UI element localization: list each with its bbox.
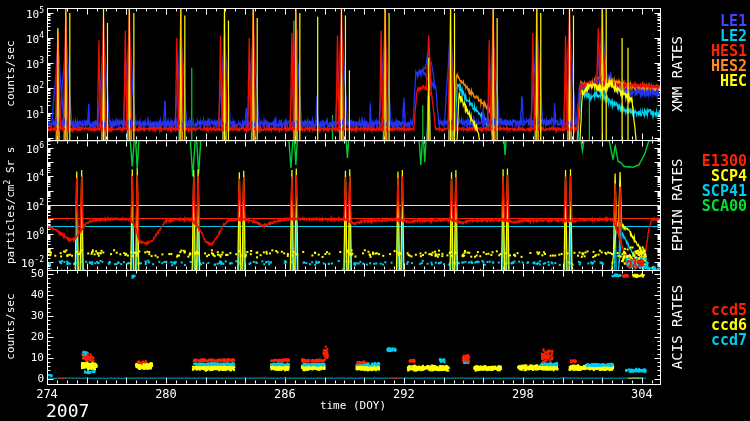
y-axis-title: counts/sec: [5, 237, 16, 417]
legend-item-sca00: SCA00: [655, 199, 747, 214]
x-tick-label: 304: [620, 388, 664, 400]
exponent: 5: [39, 6, 44, 15]
superscript: 2: [3, 180, 12, 185]
exponent: 3: [39, 56, 44, 65]
legend-item-ccd7: ccd7: [655, 333, 747, 348]
x-tick-label: 280: [144, 388, 188, 400]
exponent: 4: [39, 169, 44, 178]
plot-canvas: [0, 0, 750, 421]
x-tick-label: 274: [25, 388, 69, 400]
exponent: 6: [39, 141, 44, 150]
radiation-rates-dashboard: 105104103102101counts/secXMM RATESLE1LE2…: [0, 0, 750, 421]
exponent: 2: [39, 198, 44, 207]
legend-item-hec: HEC: [655, 74, 747, 89]
x-tick-label: 298: [501, 388, 545, 400]
exponent: -2: [34, 255, 44, 264]
exponent: 1: [39, 106, 44, 115]
exponent: 0: [39, 227, 44, 236]
exponent: 2: [39, 81, 44, 90]
x-axis-title: time (DOY): [253, 399, 453, 412]
year-label: 2007: [46, 400, 89, 421]
exponent: 4: [39, 31, 44, 40]
